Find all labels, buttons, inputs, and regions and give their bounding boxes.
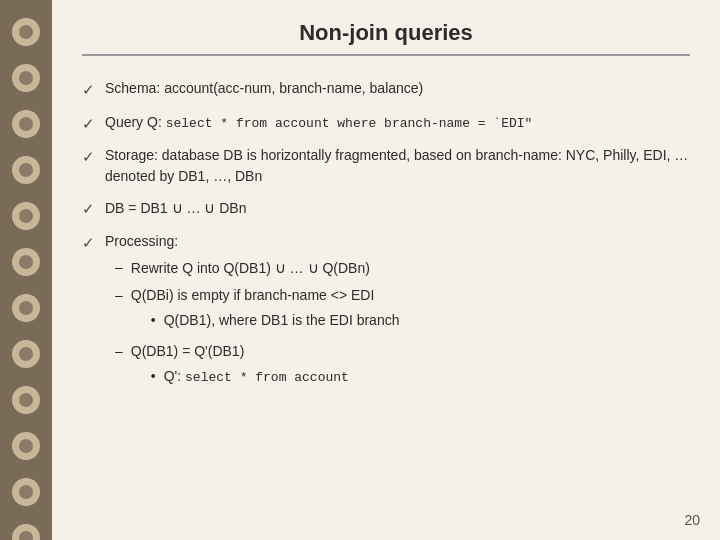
slide-content: Non-join queries ✓ Schema: account(acc-n… bbox=[52, 0, 720, 540]
dot-1: • bbox=[151, 310, 156, 331]
spiral-hole-2 bbox=[12, 64, 40, 92]
bullet-4-text: DB = DB1 ∪ … ∪ DBn bbox=[105, 197, 690, 220]
spiral-hole-11 bbox=[12, 478, 40, 506]
spiral-hole-7 bbox=[12, 294, 40, 322]
processing-sub-list: – Rewrite Q into Q(DB1) ∪ … ∪ Q(DBn) – Q… bbox=[115, 257, 690, 392]
sub-bullet-1: – Rewrite Q into Q(DB1) ∪ … ∪ Q(DBn) bbox=[115, 257, 690, 280]
sub-sub-item-2-text: Q': select * from account bbox=[164, 366, 349, 388]
checkmark-2: ✓ bbox=[82, 113, 95, 136]
checkmark-5: ✓ bbox=[82, 232, 95, 255]
spiral-hole-12 bbox=[12, 524, 40, 540]
sub-sub-item-2: • Q': select * from account bbox=[151, 366, 349, 388]
bullet-5: ✓ Processing: – Rewrite Q into Q(DB1) ∪ … bbox=[82, 231, 690, 398]
sub-sub-item-1-text: Q(DB1), where DB1 is the EDI branch bbox=[164, 310, 400, 331]
spiral-hole-10 bbox=[12, 432, 40, 460]
bullet-4: ✓ DB = DB1 ∪ … ∪ DBn bbox=[82, 197, 690, 221]
bullet-1: ✓ Schema: account(acc-num, branch-name, … bbox=[82, 78, 690, 102]
sub-bullet-3: – Q(DB1) = Q'(DB1) • Q': select * from a… bbox=[115, 341, 690, 392]
page-number: 20 bbox=[684, 512, 700, 528]
spiral-hole-5 bbox=[12, 202, 40, 230]
bullet-3-text: Storage: database DB is horizontally fra… bbox=[105, 145, 690, 187]
dash-3: – bbox=[115, 341, 123, 362]
spiral-hole-6 bbox=[12, 248, 40, 276]
dash-2: – bbox=[115, 285, 123, 306]
bullet-5-text: Processing: – Rewrite Q into Q(DB1) ∪ … … bbox=[105, 231, 690, 398]
q-prime-code: select * from account bbox=[185, 370, 349, 385]
spiral-hole-1 bbox=[12, 18, 40, 46]
checkmark-1: ✓ bbox=[82, 79, 95, 102]
sub-sub-item-1: • Q(DB1), where DB1 is the EDI branch bbox=[151, 310, 400, 331]
sub-bullet-2-text: Q(DBi) is empty if branch-name <> EDI • … bbox=[131, 285, 400, 335]
main-bullet-list: ✓ Schema: account(acc-num, branch-name, … bbox=[82, 78, 690, 398]
spiral-hole-4 bbox=[12, 156, 40, 184]
spiral-hole-9 bbox=[12, 386, 40, 414]
dot-2: • bbox=[151, 366, 156, 387]
slide-title: Non-join queries bbox=[82, 20, 690, 56]
notebook-binding bbox=[0, 0, 52, 540]
sub-bullet-3-text: Q(DB1) = Q'(DB1) • Q': select * from acc… bbox=[131, 341, 349, 392]
bullet-2: ✓ Query Q: select * from account where b… bbox=[82, 112, 690, 136]
checkmark-3: ✓ bbox=[82, 146, 95, 169]
bullet-1-text: Schema: account(acc-num, branch-name, ba… bbox=[105, 78, 690, 99]
sub-sub-list-1: • Q(DB1), where DB1 is the EDI branch bbox=[151, 310, 400, 331]
spiral-hole-8 bbox=[12, 340, 40, 368]
query-code: select * from account where branch-name … bbox=[166, 116, 533, 131]
spiral-hole-3 bbox=[12, 110, 40, 138]
sub-sub-list-2: • Q': select * from account bbox=[151, 366, 349, 388]
sub-bullet-1-text: Rewrite Q into Q(DB1) ∪ … ∪ Q(DBn) bbox=[131, 257, 370, 280]
dash-1: – bbox=[115, 257, 123, 278]
bullet-2-text: Query Q: select * from account where bra… bbox=[105, 112, 690, 134]
checkmark-4: ✓ bbox=[82, 198, 95, 221]
bullet-3: ✓ Storage: database DB is horizontally f… bbox=[82, 145, 690, 187]
sub-bullet-2: – Q(DBi) is empty if branch-name <> EDI … bbox=[115, 285, 690, 335]
